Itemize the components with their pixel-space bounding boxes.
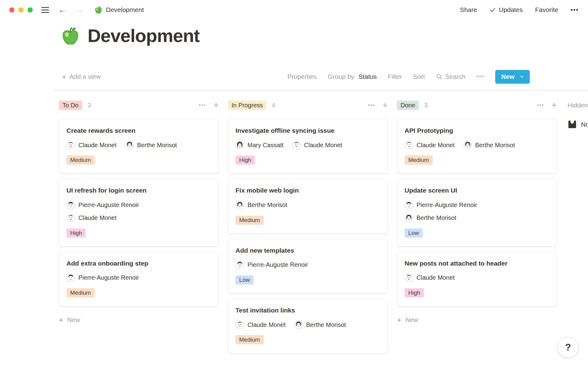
assignee: Berthe Morisot xyxy=(236,201,287,209)
assignee: Claude Monet xyxy=(292,141,342,149)
assignee: Mary Cassatt xyxy=(236,141,284,149)
column-header-todo: To Do3•••+ xyxy=(59,98,219,112)
column-more-icon[interactable]: ••• xyxy=(368,102,375,108)
hidden-columns-title[interactable]: Hidden columns xyxy=(567,98,588,112)
task-card[interactable]: New posts not attached to headerClaude M… xyxy=(397,252,557,306)
avatar-man-mustache-icon xyxy=(292,141,301,149)
filter-button[interactable]: Filter xyxy=(388,73,402,80)
column-more-icon[interactable]: ••• xyxy=(537,102,544,108)
sidebar-menu-icon[interactable] xyxy=(41,7,49,13)
new-button[interactable]: New xyxy=(495,70,530,84)
board-column-in-progress: In Progress4•••+Investigate offline sync… xyxy=(228,98,388,353)
task-card[interactable]: Add new templatesPierre-Auguste RenoirLo… xyxy=(228,239,388,293)
page-title[interactable]: Development xyxy=(88,25,200,46)
avatar-man-hair-icon xyxy=(66,274,75,282)
add-view-button[interactable]: + Add a view xyxy=(62,72,101,81)
card-title: Fix mobile web login xyxy=(236,186,380,194)
avatar-man-mustache-icon xyxy=(236,320,244,329)
close-button[interactable] xyxy=(9,7,14,13)
window-topbar: ← → Development Share Updates Favorite •… xyxy=(0,0,588,20)
card-priority-row: Low xyxy=(236,275,380,285)
column-more-icon[interactable]: ••• xyxy=(199,102,206,108)
avatar-man-mustache-icon xyxy=(405,274,413,282)
sort-button[interactable]: Sort xyxy=(413,73,425,80)
favorite-button[interactable]: Favorite xyxy=(535,6,558,13)
task-card[interactable]: Add extra onboarding stepPierre-Auguste … xyxy=(59,252,219,306)
task-card[interactable]: Test invitation linksClaude MonetBerthe … xyxy=(228,299,388,353)
assignee-name: Pierre-Auguste Renoir xyxy=(247,261,308,268)
check-icon xyxy=(489,7,496,13)
share-button[interactable]: Share xyxy=(460,6,477,13)
assignee: Claude Monet xyxy=(66,214,117,222)
group-by-button[interactable]: Group byStatus xyxy=(328,73,377,80)
zoom-button[interactable] xyxy=(28,7,33,13)
assignee: Berthe Morisot xyxy=(294,320,346,329)
task-card[interactable]: Create rewards screenClaude MonetBerthe … xyxy=(59,119,219,174)
assignee-row: Pierre-Auguste Renoir xyxy=(405,201,549,209)
task-card[interactable]: Fix mobile web loginBerthe MorisotMedium xyxy=(228,179,388,233)
card-assignees: Mary CassattClaude Monet xyxy=(236,141,380,149)
app-window: ← → Development Share Updates Favorite •… xyxy=(0,0,588,368)
card-title: Add new templates xyxy=(236,247,380,255)
page-apple-icon xyxy=(94,6,103,14)
priority-badge: Medium xyxy=(66,155,95,165)
column-header-icons: •••+ xyxy=(199,101,219,110)
column-add-icon[interactable]: + xyxy=(213,101,219,110)
hidden-group-no-status[interactable]: No Status xyxy=(567,120,588,129)
column-add-icon[interactable]: + xyxy=(552,101,557,110)
assignee: Pierre-Auguste Renoir xyxy=(236,261,308,269)
card-priority-row: Medium xyxy=(236,216,380,225)
assignee-row: Pierre-Auguste Renoir xyxy=(66,274,211,282)
card-priority-row: High xyxy=(405,288,549,297)
help-button[interactable]: ? xyxy=(558,337,578,358)
avatar-woman-bob-icon xyxy=(405,214,413,222)
priority-badge: High xyxy=(405,288,424,297)
card-assignees: Claude MonetBerthe Morisot xyxy=(405,141,549,149)
topbar-actions: Share Updates Favorite ••• xyxy=(460,6,579,13)
page-apple-icon-large[interactable] xyxy=(61,26,80,46)
assignee-name: Berthe Morisot xyxy=(475,142,515,149)
breadcrumb-page-title[interactable]: Development xyxy=(106,6,144,13)
add-card-button[interactable]: +New xyxy=(397,316,557,324)
add-card-button[interactable]: +New xyxy=(59,316,219,324)
task-card[interactable]: Investigate offline syncing issueMary Ca… xyxy=(228,119,388,174)
avatar-man-hair-icon xyxy=(66,201,75,209)
updates-button[interactable]: Updates xyxy=(489,6,523,13)
column-card-count: 4 xyxy=(272,102,275,109)
assignee-name: Claude Monet xyxy=(247,321,286,328)
card-assignees: Pierre-Auguste Renoir xyxy=(66,274,211,282)
toolbar-divider xyxy=(54,90,588,90)
card-title: Add extra onboarding step xyxy=(66,259,211,267)
assignee-row: Claude Monet xyxy=(405,274,549,282)
assignee: Pierre-Auguste Renoir xyxy=(66,201,139,209)
column-card-count: 3 xyxy=(424,102,428,109)
assignee: Berthe Morisot xyxy=(405,214,456,222)
properties-button[interactable]: Properties xyxy=(288,73,317,80)
search-button[interactable]: Search xyxy=(436,73,466,80)
priority-badge: High xyxy=(66,228,86,238)
minimize-button[interactable] xyxy=(18,7,24,13)
more-options-icon[interactable]: ••• xyxy=(571,6,579,13)
plus-icon: + xyxy=(62,72,66,81)
back-icon[interactable]: ← xyxy=(58,6,66,14)
column-add-icon[interactable]: + xyxy=(383,101,388,110)
card-title: Investigate offline syncing issue xyxy=(236,127,380,135)
column-header-done: Done3•••+ xyxy=(397,98,557,112)
assignee-name: Pierre-Auguste Renoir xyxy=(78,274,139,281)
task-card[interactable]: API PrototypingClaude MonetBerthe Moriso… xyxy=(397,119,557,174)
assignee: Claude Monet xyxy=(405,274,455,282)
column-status-badge: To Do xyxy=(59,101,82,110)
avatar-woman-bob-icon xyxy=(236,201,244,209)
task-card[interactable]: UI refresh for login screenPierre-August… xyxy=(59,179,219,246)
view-more-icon[interactable]: ••• xyxy=(477,74,484,80)
assignee-name: Claude Monet xyxy=(78,142,117,149)
assignee-name: Berthe Morisot xyxy=(417,214,456,221)
page-header: Development xyxy=(61,25,200,46)
priority-badge: Medium xyxy=(66,288,95,297)
column-header-in-progress: In Progress4•••+ xyxy=(228,98,388,112)
avatar-man-mustache-icon xyxy=(66,214,75,222)
traffic-lights xyxy=(9,7,33,13)
task-card[interactable]: Update screen UIPierre-Auguste RenoirBer… xyxy=(397,179,557,246)
avatar-man-mustache-icon xyxy=(405,141,413,149)
column-cards-done: API PrototypingClaude MonetBerthe Moriso… xyxy=(397,119,557,306)
